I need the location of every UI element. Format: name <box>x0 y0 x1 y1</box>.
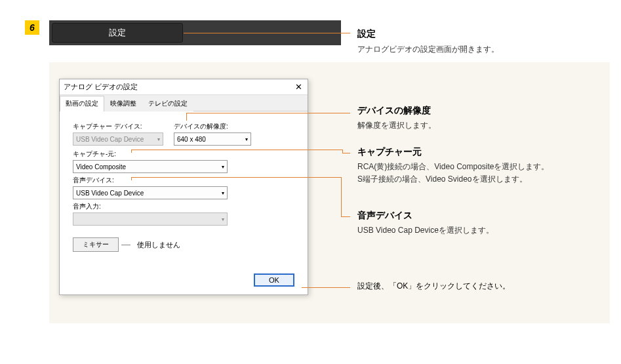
label-audio-input: 音声入力: <box>73 202 294 211</box>
capture-source-select[interactable]: Video Composite▾ <box>73 160 228 173</box>
annotation-capture-source: キャプチャー元 RCA(黄)接続の場合、Video Compositeを選択しま… <box>357 146 550 186</box>
annotation-desc: 解像度を選択します。 <box>357 119 436 132</box>
annotation-audio-device: 音声デバイス USB Video Cap Deviceを選択します。 <box>357 210 494 237</box>
capture-device-select[interactable]: USB Video Cap Device▾ <box>73 132 163 146</box>
annotation-title: 設定 <box>357 28 499 40</box>
connector-line <box>186 113 350 113</box>
tab-video-adjust[interactable]: 映像調整 <box>104 96 142 111</box>
label-resolution: デバイスの解像度: <box>174 122 251 131</box>
dialog-titlebar: アナログ ビデオの設定 ✕ <box>60 79 308 95</box>
audio-input-select[interactable]: ▾ <box>73 212 228 226</box>
tab-tv-settings[interactable]: テレビの設定 <box>142 96 193 111</box>
tab-video-settings[interactable]: 動画の設定 <box>60 96 104 111</box>
annotation-desc: RCA(黄)接続の場合、Video Compositeを選択します。 <box>357 161 550 173</box>
settings-dialog: アナログ ビデオの設定 ✕ 動画の設定 映像調整 テレビの設定 キャプチャー デ… <box>59 79 308 295</box>
capture-device-value: USB Video Cap Device <box>76 136 144 143</box>
mixer-note: 使用しません <box>137 240 180 250</box>
audio-device-select[interactable]: USB Video Cap Device▾ <box>73 186 228 199</box>
settings-button[interactable]: 設定 <box>52 23 183 43</box>
connector-line <box>186 113 187 121</box>
connector-line <box>341 177 342 216</box>
chevron-down-icon: ▾ <box>157 136 160 142</box>
step-badge: 6 <box>25 20 39 35</box>
label-capture-device: キャプチャー デバイス: <box>73 122 163 131</box>
dialog-title-text: アナログ ビデオの設定 <box>64 82 138 92</box>
annotation-settings: 設定 アナログビデオの設定画面が開きます。 <box>357 28 499 55</box>
chevron-down-icon: ▾ <box>222 190 224 196</box>
dialog-body: キャプチャー デバイス: USB Video Cap Device▾ デバイスの… <box>60 111 308 260</box>
ok-button[interactable]: OK <box>254 273 294 287</box>
annotation-ok: 設定後、「OK」をクリックしてください。 <box>357 281 510 292</box>
annotation-desc: USB Video Cap Deviceを選択します。 <box>357 224 494 237</box>
audio-device-value: USB Video Cap Device <box>76 190 144 197</box>
connector-line <box>184 33 350 33</box>
connector-line <box>302 287 350 288</box>
connector-line <box>121 245 130 245</box>
resolution-select[interactable]: 640 x 480▾ <box>174 132 251 146</box>
tab-bar: 動画の設定 映像調整 テレビの設定 <box>60 95 308 111</box>
label-capture-source: キャプチャ-元: <box>73 150 294 159</box>
chevron-down-icon: ▾ <box>245 136 248 142</box>
annotation-title: デバイスの解像度 <box>357 105 436 117</box>
annotation-title: キャプチャー元 <box>357 146 550 158</box>
connector-line <box>341 216 350 217</box>
close-icon[interactable]: ✕ <box>293 82 304 92</box>
annotation-desc: S端子接続の場合、Video Svideoを選択します。 <box>357 173 550 186</box>
connector-line <box>131 177 341 178</box>
resolution-value: 640 x 480 <box>177 136 206 143</box>
capture-source-value: Video Composite <box>76 163 126 171</box>
annotation-desc: アナログビデオの設定画面が開きます。 <box>357 44 499 55</box>
chevron-down-icon: ▾ <box>222 164 224 170</box>
annotation-resolution: デバイスの解像度 解像度を選択します。 <box>357 105 436 132</box>
annotation-title: 音声デバイス <box>357 210 494 222</box>
connector-line <box>131 150 342 150</box>
chevron-down-icon: ▾ <box>222 216 224 222</box>
mixer-button[interactable]: ミキサー <box>73 237 119 252</box>
connector-line <box>342 153 350 153</box>
